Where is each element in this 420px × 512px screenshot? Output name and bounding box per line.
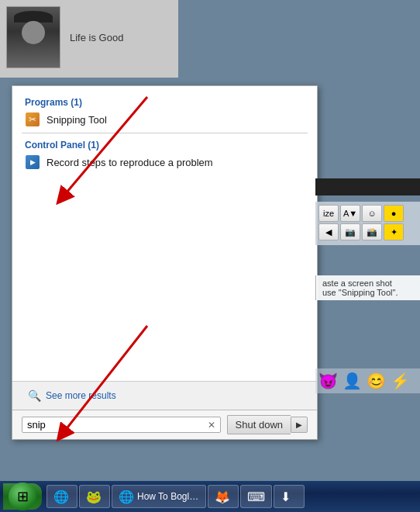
font-size-btn[interactable]: ize (318, 205, 339, 222)
text-content-right: aste a screen shot use "Snipping Tool". (315, 275, 420, 300)
see-more-label: See more results (46, 390, 116, 401)
yellow-btn[interactable]: ● (384, 205, 404, 222)
search-input-wrap[interactable]: ✕ (22, 417, 221, 433)
menu-content: Programs (1) Snipping Tool Control Panel… (12, 86, 317, 381)
start-button[interactable]: ⊞ (3, 483, 42, 510)
taskbar: ⊞ 🌐 🐸 🌐 How To Bogley T... 🦊 ⌨ ⬇ (0, 481, 420, 512)
taskbar-item-download[interactable]: ⬇ (274, 485, 305, 508)
text-line-1: aste a screen shot (322, 278, 414, 288)
snipping-tool-label: Snipping Tool (46, 114, 107, 126)
taskbar-item-chrome[interactable]: 🌐 How To Bogley T... (112, 485, 206, 508)
emoticon-1: 😈 (318, 372, 338, 390)
download-icon: ⬇ (281, 490, 291, 504)
chrome-label: How To Bogley T... (137, 491, 199, 502)
see-more-results[interactable]: 🔍 See more results (22, 386, 122, 405)
menu-footer: 🔍 See more results (12, 381, 317, 410)
snipping-tool-item[interactable]: Snipping Tool (12, 109, 317, 130)
taskbar-item-keyboard[interactable]: ⌨ (240, 485, 272, 508)
programs-section-label: Programs (1) (12, 94, 317, 109)
cam2-btn[interactable]: 📸 (362, 223, 382, 240)
text-line-2: use "Snipping Tool". (322, 288, 414, 297)
snipping-tool-icon (25, 112, 40, 127)
dark-band (315, 178, 420, 195)
firefox-icon: 🦊 (215, 490, 230, 504)
ie-icon: 🌐 (53, 490, 69, 504)
user-avatar (6, 6, 60, 68)
control-panel-section-label: Control Panel (1) (12, 137, 317, 152)
user-panel: Life is Good (0, 0, 178, 78)
search-clear-button[interactable]: ✕ (208, 420, 215, 431)
user-info: Life is Good (6, 6, 172, 68)
shutdown-arrow-button[interactable]: ▶ (291, 417, 308, 433)
taskbar-item-ie[interactable]: 🌐 (46, 485, 77, 508)
search-input[interactable] (27, 419, 208, 431)
left-arrow-btn[interactable]: ◀ (318, 223, 339, 240)
shutdown-button-group: Shut down ▶ (227, 415, 308, 434)
user-status: Life is Good (67, 26, 126, 50)
keyboard-icon: ⌨ (247, 490, 265, 504)
avatar-image (7, 7, 60, 67)
cam-btn[interactable]: 📷 (340, 223, 360, 240)
toolbar-row-1: ize A▼ ☺ ● (318, 205, 417, 222)
search-row: ✕ Shut down ▶ (12, 410, 317, 439)
record-steps-icon (25, 154, 40, 170)
toolbar-row-2: ◀ 📷 📸 ✦ (318, 223, 417, 240)
frog-icon: 🐸 (86, 490, 102, 504)
section-divider (22, 133, 308, 133)
font-a-btn[interactable]: A▼ (340, 205, 360, 222)
taskbar-item-frog[interactable]: 🐸 (79, 485, 110, 508)
smiley-btn[interactable]: ☺ (362, 205, 382, 222)
emoticon-3: 😊 (367, 372, 386, 390)
start-orb: ⊞ (9, 483, 36, 510)
record-steps-label: Record steps to reproduce a problem (46, 157, 213, 168)
search-glass-icon: 🔍 (28, 389, 41, 402)
taskbar-item-firefox[interactable]: 🦊 (208, 485, 239, 508)
emoticons-row: 😈 👤 😊 ⚡ (315, 368, 420, 393)
emoticon-2: 👤 (343, 372, 362, 390)
start-menu: Programs (1) Snipping Tool Control Panel… (12, 85, 318, 440)
record-steps-item[interactable]: Record steps to reproduce a problem (12, 152, 317, 172)
star-btn[interactable]: ✦ (384, 223, 404, 240)
chrome-icon: 🌐 (119, 490, 134, 504)
right-toolbar: ize A▼ ☺ ● ◀ 📷 📸 ✦ (315, 202, 420, 245)
shutdown-main-button[interactable]: Shut down (227, 415, 291, 434)
emoticon-4: ⚡ (391, 372, 410, 390)
